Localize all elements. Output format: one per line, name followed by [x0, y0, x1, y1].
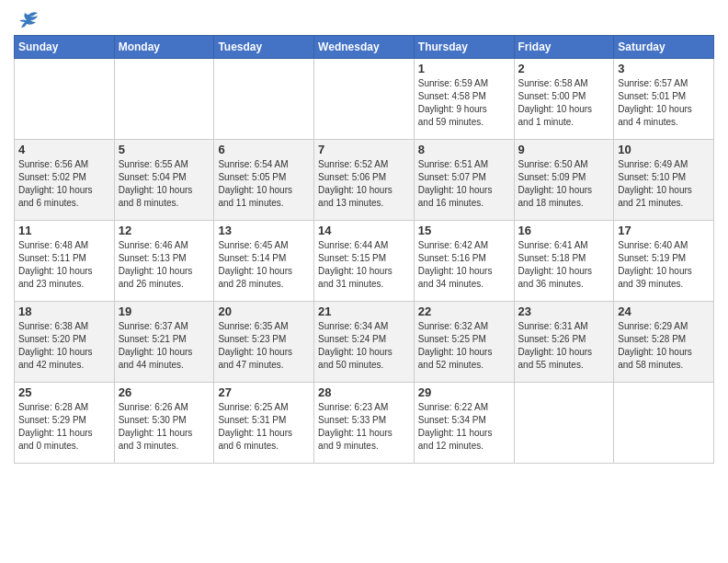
day-number: 29 — [418, 385, 510, 399]
calendar-cell: 2Sunrise: 6:58 AM Sunset: 5:00 PM Daylig… — [514, 59, 614, 140]
day-info: Sunrise: 6:28 AM Sunset: 5:29 PM Dayligh… — [18, 401, 110, 453]
day-number: 5 — [119, 143, 210, 156]
calendar-cell: 17Sunrise: 6:40 AM Sunset: 5:19 PM Dayli… — [614, 221, 714, 302]
calendar-cell: 9Sunrise: 6:50 AM Sunset: 5:09 PM Daylig… — [514, 140, 614, 221]
calendar-cell: 20Sunrise: 6:35 AM Sunset: 5:23 PM Dayli… — [214, 302, 314, 383]
day-number: 24 — [618, 304, 710, 318]
day-info: Sunrise: 6:51 AM Sunset: 5:07 PM Dayligh… — [418, 158, 510, 210]
day-info: Sunrise: 6:37 AM Sunset: 5:21 PM Dayligh… — [119, 320, 210, 372]
day-info: Sunrise: 6:48 AM Sunset: 5:11 PM Dayligh… — [18, 239, 110, 291]
calendar-cell: 22Sunrise: 6:32 AM Sunset: 5:25 PM Dayli… — [414, 302, 514, 383]
day-number: 26 — [119, 385, 210, 399]
calendar-cell — [314, 59, 415, 140]
day-number: 4 — [18, 143, 110, 156]
calendar-cell: 27Sunrise: 6:25 AM Sunset: 5:31 PM Dayli… — [214, 383, 314, 464]
calendar-cell: 12Sunrise: 6:46 AM Sunset: 5:13 PM Dayli… — [114, 221, 214, 302]
week-row-1: 1Sunrise: 6:59 AM Sunset: 4:58 PM Daylig… — [15, 59, 714, 140]
day-info: Sunrise: 6:42 AM Sunset: 5:16 PM Dayligh… — [418, 239, 510, 291]
day-number: 25 — [18, 385, 110, 399]
day-number: 12 — [119, 224, 210, 237]
calendar-cell: 28Sunrise: 6:23 AM Sunset: 5:33 PM Dayli… — [314, 383, 415, 464]
calendar-cell: 21Sunrise: 6:34 AM Sunset: 5:24 PM Dayli… — [314, 302, 415, 383]
day-info: Sunrise: 6:54 AM Sunset: 5:05 PM Dayligh… — [218, 158, 310, 210]
calendar-cell: 5Sunrise: 6:55 AM Sunset: 5:04 PM Daylig… — [114, 140, 214, 221]
day-info: Sunrise: 6:41 AM Sunset: 5:18 PM Dayligh… — [518, 239, 610, 291]
calendar-cell: 14Sunrise: 6:44 AM Sunset: 5:15 PM Dayli… — [314, 221, 415, 302]
day-number: 7 — [318, 143, 410, 156]
calendar-cell: 16Sunrise: 6:41 AM Sunset: 5:18 PM Dayli… — [514, 221, 614, 302]
day-number: 14 — [318, 224, 410, 237]
calendar-cell: 8Sunrise: 6:51 AM Sunset: 5:07 PM Daylig… — [414, 140, 514, 221]
calendar-cell: 3Sunrise: 6:57 AM Sunset: 5:01 PM Daylig… — [614, 59, 714, 140]
day-info: Sunrise: 6:59 AM Sunset: 4:58 PM Dayligh… — [418, 77, 510, 129]
week-row-2: 4Sunrise: 6:56 AM Sunset: 5:02 PM Daylig… — [15, 140, 714, 221]
header-row: SundayMondayTuesdayWednesdayThursdayFrid… — [15, 36, 714, 59]
day-number: 1 — [418, 62, 510, 75]
day-number: 22 — [418, 304, 510, 318]
calendar-cell: 4Sunrise: 6:56 AM Sunset: 5:02 PM Daylig… — [15, 140, 115, 221]
logo — [14, 13, 41, 28]
day-info: Sunrise: 6:58 AM Sunset: 5:00 PM Dayligh… — [518, 77, 610, 129]
calendar-cell: 11Sunrise: 6:48 AM Sunset: 5:11 PM Dayli… — [15, 221, 115, 302]
day-number: 19 — [119, 304, 210, 318]
calendar-cell: 24Sunrise: 6:29 AM Sunset: 5:28 PM Dayli… — [614, 302, 714, 383]
day-info: Sunrise: 6:22 AM Sunset: 5:34 PM Dayligh… — [418, 401, 510, 453]
day-info: Sunrise: 6:55 AM Sunset: 5:04 PM Dayligh… — [119, 158, 210, 210]
calendar-cell: 19Sunrise: 6:37 AM Sunset: 5:21 PM Dayli… — [114, 302, 214, 383]
day-number: 2 — [518, 62, 610, 75]
day-number: 11 — [18, 224, 110, 237]
week-row-5: 25Sunrise: 6:28 AM Sunset: 5:29 PM Dayli… — [15, 383, 714, 464]
day-info: Sunrise: 6:32 AM Sunset: 5:25 PM Dayligh… — [418, 320, 510, 372]
header-day-thursday: Thursday — [414, 36, 514, 59]
calendar-cell — [114, 59, 214, 140]
logo-bird-icon — [16, 11, 41, 31]
day-info: Sunrise: 6:25 AM Sunset: 5:31 PM Dayligh… — [218, 401, 310, 453]
header-day-monday: Monday — [114, 36, 214, 59]
calendar-cell: 15Sunrise: 6:42 AM Sunset: 5:16 PM Dayli… — [414, 221, 514, 302]
header-day-saturday: Saturday — [614, 36, 714, 59]
day-info: Sunrise: 6:31 AM Sunset: 5:26 PM Dayligh… — [518, 320, 610, 372]
day-number: 20 — [218, 304, 310, 318]
calendar-cell: 13Sunrise: 6:45 AM Sunset: 5:14 PM Dayli… — [214, 221, 314, 302]
header-day-sunday: Sunday — [15, 36, 115, 59]
day-number: 28 — [318, 385, 410, 399]
day-info: Sunrise: 6:49 AM Sunset: 5:10 PM Dayligh… — [618, 158, 710, 210]
day-number: 23 — [518, 304, 610, 318]
calendar-cell: 18Sunrise: 6:38 AM Sunset: 5:20 PM Dayli… — [15, 302, 115, 383]
calendar-cell: 7Sunrise: 6:52 AM Sunset: 5:06 PM Daylig… — [314, 140, 415, 221]
day-number: 16 — [518, 224, 610, 237]
calendar-cell — [514, 383, 614, 464]
day-info: Sunrise: 6:46 AM Sunset: 5:13 PM Dayligh… — [119, 239, 210, 291]
calendar-cell — [15, 59, 115, 140]
day-info: Sunrise: 6:23 AM Sunset: 5:33 PM Dayligh… — [318, 401, 410, 453]
day-number: 6 — [218, 143, 310, 156]
calendar-cell: 23Sunrise: 6:31 AM Sunset: 5:26 PM Dayli… — [514, 302, 614, 383]
day-info: Sunrise: 6:44 AM Sunset: 5:15 PM Dayligh… — [318, 239, 410, 291]
day-info: Sunrise: 6:29 AM Sunset: 5:28 PM Dayligh… — [618, 320, 710, 372]
day-info: Sunrise: 6:34 AM Sunset: 5:24 PM Dayligh… — [318, 320, 410, 372]
calendar-cell: 1Sunrise: 6:59 AM Sunset: 4:58 PM Daylig… — [414, 59, 514, 140]
calendar-cell: 26Sunrise: 6:26 AM Sunset: 5:30 PM Dayli… — [114, 383, 214, 464]
day-number: 13 — [218, 224, 310, 237]
header-day-wednesday: Wednesday — [314, 36, 415, 59]
day-info: Sunrise: 6:26 AM Sunset: 5:30 PM Dayligh… — [119, 401, 210, 453]
day-info: Sunrise: 6:56 AM Sunset: 5:02 PM Dayligh… — [18, 158, 110, 210]
day-info: Sunrise: 6:57 AM Sunset: 5:01 PM Dayligh… — [618, 77, 710, 129]
day-number: 27 — [218, 385, 310, 399]
day-info: Sunrise: 6:50 AM Sunset: 5:09 PM Dayligh… — [518, 158, 610, 210]
calendar-cell: 6Sunrise: 6:54 AM Sunset: 5:05 PM Daylig… — [214, 140, 314, 221]
day-number: 18 — [18, 304, 110, 318]
week-row-3: 11Sunrise: 6:48 AM Sunset: 5:11 PM Dayli… — [15, 221, 714, 302]
calendar-cell: 10Sunrise: 6:49 AM Sunset: 5:10 PM Dayli… — [614, 140, 714, 221]
header — [14, 9, 714, 28]
day-number: 9 — [518, 143, 610, 156]
calendar-cell — [614, 383, 714, 464]
page-container: SundayMondayTuesdayWednesdayThursdayFrid… — [0, 0, 728, 468]
day-number: 10 — [618, 143, 710, 156]
day-number: 8 — [418, 143, 510, 156]
calendar-cell: 25Sunrise: 6:28 AM Sunset: 5:29 PM Dayli… — [15, 383, 115, 464]
day-info: Sunrise: 6:35 AM Sunset: 5:23 PM Dayligh… — [218, 320, 310, 372]
header-day-tuesday: Tuesday — [214, 36, 314, 59]
week-row-4: 18Sunrise: 6:38 AM Sunset: 5:20 PM Dayli… — [15, 302, 714, 383]
day-number: 3 — [618, 62, 710, 75]
